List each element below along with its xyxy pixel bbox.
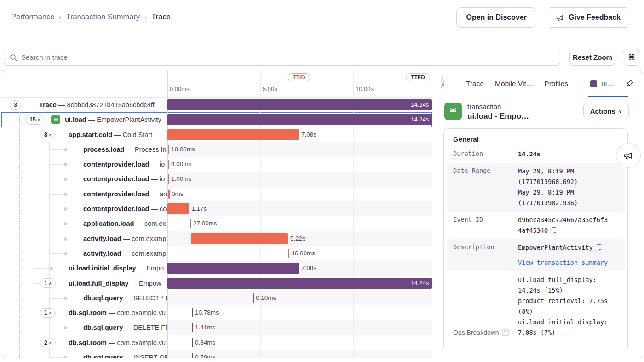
span-duration-bar[interactable]: 14.24s <box>167 114 432 125</box>
trace-span-row[interactable]: 2∧db.sql.room — com.example.vu0.84ms <box>1 335 432 350</box>
span-duration-bar[interactable] <box>167 129 299 140</box>
span-op: app.start.cold <box>69 131 112 138</box>
span-duration-label: 27.00ms <box>193 216 217 231</box>
trace-span-row[interactable]: activity.load — com.examp5.22s <box>1 231 432 246</box>
span-children-count-pill[interactable]: 1∧ <box>40 308 56 318</box>
span-op: application.load <box>83 220 134 227</box>
span-duration-tick[interactable] <box>288 249 289 258</box>
feedback-floating-button[interactable] <box>616 143 641 168</box>
span-children-count-pill[interactable]: 15∨ <box>25 115 44 125</box>
trace-span-row[interactable]: activity.load — com.examp46.00ms <box>1 246 432 261</box>
span-label: app.start.cold — Cold Start <box>69 127 152 142</box>
search-in-trace-box <box>4 49 560 66</box>
trace-span-row[interactable]: 15∨ui.load — EmpowerPlantActivity14.24s <box>1 112 432 127</box>
span-bar-cell: 1.41ms <box>167 320 432 335</box>
breadcrumb-performance[interactable]: Performance <box>11 12 54 21</box>
breadcrumb-trace: Trace <box>151 12 171 21</box>
span-duration-bar[interactable] <box>167 263 299 274</box>
trace-span-row[interactable]: db.sql.query — INSERT OR0.78ms <box>1 350 432 358</box>
span-bar-cell: 18.00ms <box>167 142 432 157</box>
field-value-line: d96eca345c724667a35df6f34af45340 <box>518 215 610 236</box>
actions-button[interactable]: Actions ∨ <box>583 103 629 119</box>
trace-span-row[interactable]: 1∧ui.load.full_display — Empow14.24s <box>1 276 432 291</box>
span-duration-tick[interactable] <box>253 293 254 303</box>
trace-span-row[interactable]: application.load — com.ex27.00ms <box>1 216 432 231</box>
span-duration-tick[interactable] <box>192 338 193 347</box>
span-separator: — <box>124 146 135 153</box>
timeline-axis-label: 0.00ms <box>170 86 190 92</box>
span-description: io <box>160 175 165 183</box>
pin-tab-icon[interactable] <box>625 79 634 88</box>
span-separator: — <box>129 280 139 287</box>
span-duration-label: 7.08s <box>301 261 316 276</box>
trace-span-row[interactable]: contentprovider.load — io1.00ms <box>1 172 432 186</box>
reset-zoom-button[interactable]: Reset Zoom <box>569 49 615 66</box>
span-duration-tick[interactable] <box>192 308 193 317</box>
breadcrumb-separator-icon: › <box>144 13 147 21</box>
span-bar-cell: 0.84ms <box>167 335 432 350</box>
span-tree-cell: contentprovider.load — io <box>1 172 167 186</box>
view-transaction-summary-link[interactable]: View transaction summary <box>518 259 608 266</box>
trace-span-row[interactable]: 8∧app.start.cold — Cold Start7.08s <box>1 127 432 142</box>
tab-profiles[interactable]: Profiles <box>544 80 568 88</box>
span-connector-dot <box>64 252 67 255</box>
span-duration-tick[interactable] <box>168 160 169 169</box>
help-icon[interactable]: ? <box>502 329 509 336</box>
span-separator: — <box>123 294 133 302</box>
trace-span-row[interactable]: db.sql.query — SELECT * F0.10ms <box>1 291 432 305</box>
span-separator: — <box>121 235 132 242</box>
span-children-count-pill[interactable]: 3 <box>10 100 21 110</box>
copy-icon[interactable] <box>595 244 601 251</box>
span-duration-label: 18.00ms <box>171 142 195 157</box>
span-bar-cell: 1.17s <box>167 201 432 216</box>
trace-span-row[interactable]: contentprovider.load — co1.17s <box>1 201 432 216</box>
collapse-drawer-icon[interactable]: › <box>441 78 444 89</box>
span-duration-tick[interactable] <box>168 190 170 199</box>
span-op: process.load <box>83 146 124 153</box>
general-heading: General <box>453 135 618 143</box>
trace-span-row[interactable]: 1∧db.sql.room — com.example.vu10.78ms <box>1 305 432 320</box>
span-connector-dot <box>64 237 67 241</box>
copy-icon[interactable] <box>550 227 556 234</box>
span-duration-tick[interactable] <box>190 219 191 228</box>
span-label: ui.load.full_display — Empow <box>69 276 161 291</box>
breadcrumb-transaction-summary[interactable]: Transaction Summary <box>66 12 140 21</box>
span-children-count-pill[interactable]: 1∧ <box>40 278 56 288</box>
chevron-up-icon: ∧ <box>49 281 52 286</box>
search-input[interactable] <box>21 53 554 61</box>
trace-span-row[interactable]: 3Trace — 8cbbcd38721b415ab6cbdc4ff14.24s <box>1 98 432 112</box>
field-value-line: ui.load.full_display: 14.24s (15%) <box>518 275 610 296</box>
give-feedback-button[interactable]: Give Feedback <box>546 7 630 28</box>
span-children-count-pill[interactable]: 2∧ <box>40 338 56 347</box>
span-separator: — <box>121 250 132 257</box>
trace-span-row[interactable]: contentprovider.load — io4.00ms <box>1 157 432 172</box>
span-duration-tick[interactable] <box>168 174 169 184</box>
span-duration-label: 14.24s <box>411 278 429 289</box>
tab-mobile-vitals[interactable]: Mobile Vit… <box>495 80 533 88</box>
span-children-count-pill[interactable]: 8∧ <box>40 130 56 139</box>
field-link: View transaction summary <box>518 258 610 268</box>
span-duration-bar[interactable]: 14.24s <box>167 278 432 289</box>
chevron-down-icon: ∨ <box>619 109 622 114</box>
span-duration-tick[interactable] <box>192 323 193 332</box>
span-bar-cell: 10.78ms <box>167 305 432 320</box>
span-duration-bar[interactable] <box>167 203 189 214</box>
span-duration-bar[interactable]: 14.24s <box>167 99 432 110</box>
span-description: Process In <box>135 146 167 153</box>
command-shortcut-button[interactable]: ⌘ <box>623 49 640 66</box>
span-separator: — <box>107 339 117 346</box>
tab-trace[interactable]: Trace <box>466 80 484 88</box>
span-duration-tick[interactable] <box>168 145 169 154</box>
span-description: co <box>160 205 167 213</box>
span-separator: — <box>149 161 160 168</box>
tab-ui-load-active[interactable]: ui… <box>590 70 614 97</box>
trace-span-row[interactable]: process.load — Process In18.00ms <box>1 142 432 157</box>
span-duration-tick[interactable] <box>192 353 193 358</box>
span-description: Cold Start <box>123 131 152 138</box>
trace-span-row[interactable]: contentprovider.load — an0ms <box>1 187 432 201</box>
span-op: ui.load.initial_display <box>69 264 136 272</box>
trace-span-row[interactable]: ui.load.initial_display — Empo7.08s <box>1 261 432 276</box>
open-in-discover-button[interactable]: Open in Discover <box>456 7 536 28</box>
trace-span-row[interactable]: db.sql.query — DELETE FR1.41ms <box>1 320 432 335</box>
span-duration-bar[interactable] <box>191 233 288 244</box>
